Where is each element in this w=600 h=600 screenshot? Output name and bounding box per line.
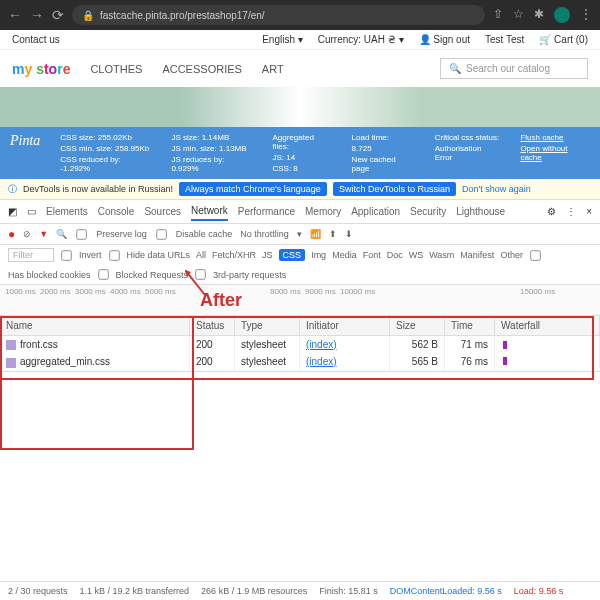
- filter-font[interactable]: Font: [363, 250, 381, 260]
- lock-icon: 🔒: [82, 10, 94, 21]
- forward-icon[interactable]: →: [30, 7, 44, 23]
- network-table: Name front.css aggregated_min.css Status…: [0, 316, 600, 372]
- throttle-select[interactable]: No throttling: [240, 229, 289, 239]
- filter-img[interactable]: Img: [311, 250, 326, 260]
- table-row[interactable]: aggregated_min.css: [0, 353, 190, 370]
- tab-security[interactable]: Security: [410, 203, 446, 220]
- devtools-panels: ◩ ▭ Elements Console Sources Network Per…: [0, 200, 600, 224]
- search-icon: 🔍: [449, 63, 461, 74]
- nav-clothes[interactable]: CLOTHES: [90, 63, 142, 75]
- clear-icon[interactable]: ⊘: [23, 229, 31, 239]
- dont-show-link[interactable]: Don't show again: [462, 184, 531, 194]
- search-input[interactable]: 🔍Search our catalog: [440, 58, 588, 79]
- timeline[interactable]: 1000 ms 2000 ms 3000 ms 4000 ms 5000 ms …: [0, 285, 600, 316]
- logo[interactable]: my store: [12, 61, 70, 77]
- filter-wasm[interactable]: Wasm: [429, 250, 454, 260]
- col-name[interactable]: Name: [0, 316, 190, 336]
- col-time[interactable]: Time: [445, 316, 495, 336]
- match-language-button[interactable]: Always match Chrome's language: [179, 182, 327, 196]
- filter-row: Filter Invert Hide data URLs All Fetch/X…: [0, 245, 600, 285]
- col-type[interactable]: Type: [235, 316, 300, 336]
- record-icon[interactable]: ●: [8, 227, 15, 241]
- browser-chrome: ← → ⟳ 🔒 fastcache.pinta.pro/prestashop17…: [0, 0, 600, 30]
- tab-elements[interactable]: Elements: [46, 203, 88, 220]
- tab-lighthouse[interactable]: Lighthouse: [456, 203, 505, 220]
- col-initiator[interactable]: Initiator: [300, 316, 390, 336]
- more-icon[interactable]: ⋮: [566, 206, 576, 217]
- filter-all[interactable]: All: [196, 250, 206, 260]
- filter-icon[interactable]: ▼: [39, 229, 48, 239]
- network-toolbar: ● ⊘ ▼ 🔍 Preserve log Disable cache No th…: [0, 224, 600, 245]
- download-icon[interactable]: ⬇: [345, 229, 353, 239]
- site-nav: my store CLOTHES ACCESSORIES ART 🔍Search…: [0, 50, 600, 87]
- tab-application[interactable]: Application: [351, 203, 400, 220]
- device-icon[interactable]: ▭: [27, 206, 36, 217]
- tab-console[interactable]: Console: [98, 203, 135, 220]
- tab-sources[interactable]: Sources: [144, 203, 181, 220]
- avatar[interactable]: [554, 7, 570, 23]
- chrome-actions: ⇧ ☆ ✱ ⋮: [493, 7, 592, 23]
- url-text: fastcache.pinta.pro/prestashop17/en/: [100, 10, 265, 21]
- switch-russian-button[interactable]: Switch DevTools to Russian: [333, 182, 456, 196]
- blocked-cookies-checkbox[interactable]: [530, 250, 540, 260]
- close-icon[interactable]: ×: [586, 206, 592, 217]
- table-row[interactable]: front.css: [0, 336, 190, 353]
- contact-link[interactable]: Contact us: [12, 34, 60, 45]
- hide-data-urls-checkbox[interactable]: [109, 250, 119, 260]
- info-icon: ⓘ: [8, 183, 17, 196]
- reload-icon[interactable]: ⟳: [52, 7, 64, 23]
- filter-manifest[interactable]: Manifest: [460, 250, 494, 260]
- preserve-log-checkbox[interactable]: [76, 229, 86, 239]
- cart-link[interactable]: 🛒 Cart (0): [539, 34, 588, 45]
- url-bar[interactable]: 🔒 fastcache.pinta.pro/prestashop17/en/: [72, 5, 485, 25]
- share-icon[interactable]: ⇧: [493, 7, 503, 23]
- status-bar: 2 / 30 requests 1.1 kB / 19.2 kB transfe…: [0, 581, 600, 600]
- col-waterfall[interactable]: Waterfall: [495, 316, 600, 336]
- filter-ws[interactable]: WS: [409, 250, 424, 260]
- after-annotation: After: [200, 290, 242, 311]
- col-size[interactable]: Size: [390, 316, 445, 336]
- disable-cache-checkbox[interactable]: [156, 229, 166, 239]
- invert-checkbox[interactable]: [61, 250, 71, 260]
- search-icon[interactable]: 🔍: [56, 229, 67, 239]
- filter-fetch[interactable]: Fetch/XHR: [212, 250, 256, 260]
- tab-performance[interactable]: Performance: [238, 203, 295, 220]
- puzzle-icon[interactable]: ✱: [534, 7, 544, 23]
- pinta-toolbar: Pinta CSS size: 255.02KbCSS min. size: 2…: [0, 127, 600, 179]
- signout-link[interactable]: 👤 Sign out: [419, 34, 470, 45]
- nav-accessories[interactable]: ACCESSORIES: [162, 63, 241, 75]
- tab-memory[interactable]: Memory: [305, 203, 341, 220]
- nav-art[interactable]: ART: [262, 63, 284, 75]
- inspect-icon[interactable]: ◩: [8, 206, 17, 217]
- back-icon[interactable]: ←: [8, 7, 22, 23]
- lang-selector[interactable]: English ▾: [262, 34, 303, 45]
- filter-css[interactable]: CSS: [279, 249, 306, 261]
- flush-cache-link[interactable]: Flush cache: [520, 133, 590, 142]
- wifi-icon[interactable]: 📶: [310, 229, 321, 239]
- filter-doc[interactable]: Doc: [387, 250, 403, 260]
- blocked-requests-checkbox[interactable]: [98, 269, 108, 279]
- menu-icon[interactable]: ⋮: [580, 7, 592, 23]
- upload-icon[interactable]: ⬆: [329, 229, 337, 239]
- devtools-locale-bar: ⓘ DevTools is now available in Russian! …: [0, 179, 600, 200]
- col-status[interactable]: Status: [190, 316, 235, 336]
- site-topbar: Contact us English ▾ Currency: UAH ₴ ▾ 👤…: [0, 30, 600, 50]
- pinta-logo: Pinta: [10, 133, 40, 173]
- hero-banner: [0, 87, 600, 127]
- tab-network[interactable]: Network: [191, 202, 228, 221]
- star-icon[interactable]: ☆: [513, 7, 524, 23]
- css-file-icon: [6, 358, 16, 368]
- css-file-icon: [6, 340, 16, 350]
- filter-js[interactable]: JS: [262, 250, 273, 260]
- filter-other[interactable]: Other: [500, 250, 523, 260]
- user-name[interactable]: Test Test: [485, 34, 524, 45]
- currency-selector[interactable]: Currency: UAH ₴ ▾: [318, 34, 404, 45]
- open-without-cache-link[interactable]: Open without cache: [520, 144, 590, 162]
- gear-icon[interactable]: ⚙: [547, 206, 556, 217]
- filter-media[interactable]: Media: [332, 250, 357, 260]
- filter-input[interactable]: Filter: [8, 248, 54, 262]
